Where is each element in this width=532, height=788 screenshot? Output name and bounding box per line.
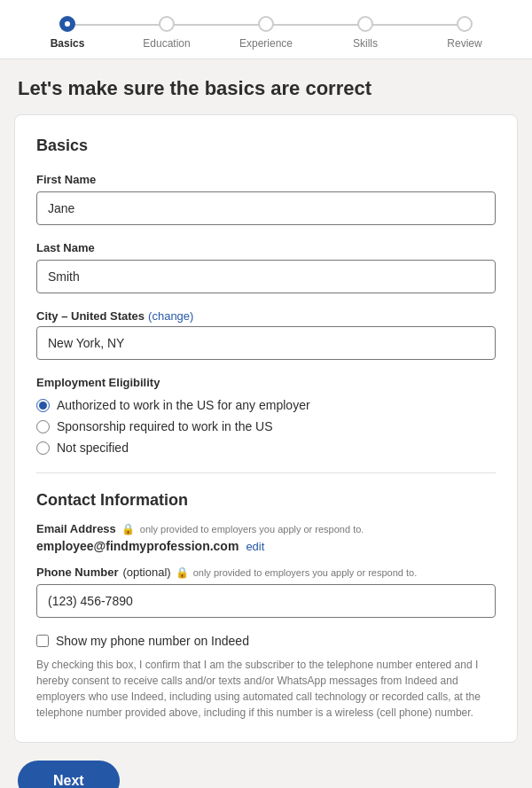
step-label-education: Education	[143, 37, 190, 50]
phone-optional: (optional)	[122, 566, 170, 579]
radio-sponsorship-label: Sponsorship required to work in the US	[57, 419, 273, 433]
progress-step-education[interactable]: Education	[117, 16, 216, 50]
radio-not-specified[interactable]	[36, 441, 50, 455]
show-phone-row[interactable]: Show my phone number on Indeed	[36, 634, 496, 648]
step-circle-review	[457, 16, 473, 32]
email-lock-icon: 🔒	[121, 523, 135, 535]
step-circle-education	[159, 16, 175, 32]
last-name-label: Last Name	[36, 241, 496, 254]
city-group: City – United States (change)	[36, 309, 496, 360]
step-circle-experience	[258, 16, 274, 32]
show-phone-checkbox[interactable]	[36, 635, 49, 647]
email-value: employee@findmyprofession.com	[36, 539, 239, 553]
progress-step-basics[interactable]: Basics	[18, 16, 117, 50]
phone-group: Phone Number (optional) 🔒 only provided …	[36, 566, 496, 618]
email-label-row: Email Address 🔒 only provided to employe…	[36, 522, 496, 535]
phone-label-row: Phone Number (optional) 🔒 only provided …	[36, 566, 496, 579]
email-label: Email Address	[36, 522, 116, 535]
page-title: Let's make sure the basics are correct	[0, 59, 532, 114]
radio-authorized[interactable]	[36, 399, 50, 412]
radio-option-2[interactable]: Sponsorship required to work in the US	[36, 419, 496, 433]
progress-step-skills[interactable]: Skills	[316, 16, 415, 50]
bottom-bar: Next	[0, 743, 532, 788]
employment-section: Employment Eligibility Authorized to wor…	[36, 376, 496, 455]
phone-label: Phone Number	[36, 566, 118, 579]
step-label-basics: Basics	[51, 37, 85, 50]
radio-authorized-label: Authorized to work in the US for any emp…	[57, 398, 310, 412]
progress-step-review[interactable]: Review	[415, 16, 514, 50]
first-name-group: First Name	[36, 173, 496, 225]
show-phone-label: Show my phone number on Indeed	[56, 634, 249, 648]
step-label-skills: Skills	[353, 37, 378, 50]
email-edit-link[interactable]: edit	[246, 540, 264, 553]
step-circle-skills	[357, 16, 373, 32]
step-label-experience: Experience	[239, 37, 293, 50]
basics-card: Basics First Name Last Name City – Unite…	[14, 114, 518, 743]
step-label-review: Review	[447, 37, 481, 50]
contact-section-title: Contact Information	[36, 491, 496, 510]
employment-label: Employment Eligibility	[36, 376, 496, 389]
section-divider	[36, 472, 496, 473]
city-label: City – United States	[36, 309, 145, 323]
radio-option-3[interactable]: Not specified	[36, 441, 496, 455]
first-name-label: First Name	[36, 173, 496, 186]
progress-bar: BasicsEducationExperienceSkillsReview	[0, 0, 532, 59]
radio-option-1[interactable]: Authorized to work in the US for any emp…	[36, 398, 496, 412]
phone-input[interactable]	[36, 584, 496, 618]
email-private-note: only provided to employers you apply or …	[140, 524, 364, 534]
city-change-link[interactable]: (change)	[148, 309, 193, 323]
radio-sponsorship[interactable]	[36, 420, 50, 433]
step-circle-basics	[59, 16, 75, 32]
phone-lock-icon: 🔒	[176, 566, 189, 579]
phone-private-note: only provided to employers you apply or …	[193, 567, 418, 578]
next-button[interactable]: Next	[18, 761, 120, 788]
first-name-input[interactable]	[36, 191, 496, 225]
radio-not-specified-label: Not specified	[57, 441, 129, 455]
basics-section-title: Basics	[36, 137, 496, 155]
city-input[interactable]	[36, 326, 496, 360]
email-group: Email Address 🔒 only provided to employe…	[36, 522, 496, 553]
email-value-row: employee@findmyprofession.com edit	[36, 539, 496, 553]
city-label-row: City – United States (change)	[36, 309, 496, 323]
last-name-group: Last Name	[36, 241, 496, 293]
progress-step-experience[interactable]: Experience	[216, 16, 316, 50]
last-name-input[interactable]	[36, 260, 496, 293]
consent-text: By checking this box, I confirm that I a…	[36, 657, 496, 721]
